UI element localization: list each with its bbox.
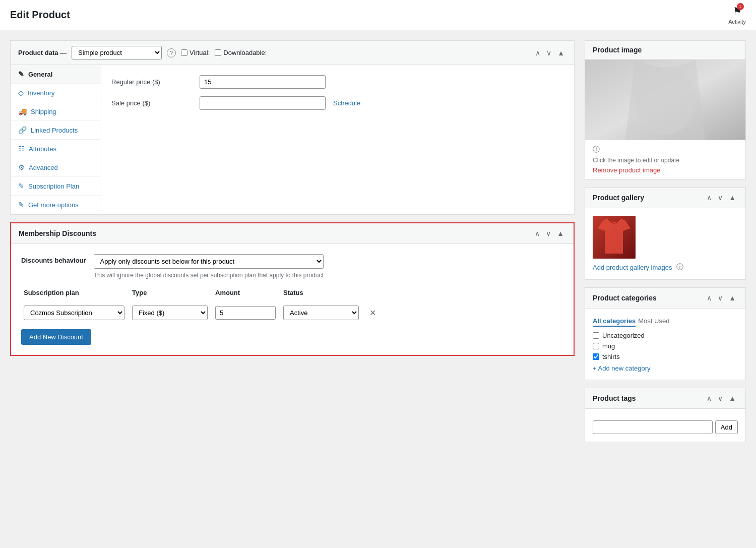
- regular-price-row: Regular price ($): [111, 75, 564, 89]
- sidebar-label-advanced: Advanced: [29, 164, 58, 171]
- left-column: Product data — Simple product Variable p…: [10, 40, 575, 538]
- image-help-icon: ⓘ: [593, 145, 600, 153]
- tags-header-arrows: ∧ ∨ ▲: [705, 393, 738, 403]
- tags-input-area: Add: [593, 420, 738, 434]
- product-sidebar: ✎ General ◇ Inventory 🚚 Shipping 🔗: [11, 65, 101, 214]
- discount-type-select[interactable]: Fixed ($) Percentage (%): [132, 306, 208, 320]
- sidebar-item-inventory[interactable]: ◇ Inventory: [11, 84, 101, 102]
- virtual-checkbox[interactable]: [181, 49, 187, 56]
- category-checkbox-uncategorized[interactable]: [593, 332, 599, 339]
- add-category-link[interactable]: + Add new category: [593, 364, 651, 372]
- categories-tabs: All categories Most Used: [593, 316, 738, 327]
- membership-collapse-down[interactable]: ∨: [544, 228, 553, 238]
- collapse-up-button[interactable]: ∧: [533, 48, 542, 58]
- category-item-uncategorized: Uncategorized: [593, 332, 738, 339]
- remove-discount-button[interactable]: ✕: [366, 307, 379, 319]
- category-checkbox-mug[interactable]: [593, 343, 599, 349]
- page-title: Edit Product: [10, 9, 70, 21]
- categories-collapse[interactable]: ▲: [727, 293, 738, 303]
- sidebar-item-attributes[interactable]: ☷ Attributes: [11, 140, 101, 158]
- right-column: Product image: [585, 40, 746, 538]
- remove-image-link[interactable]: Remove product image: [593, 166, 660, 174]
- downloadable-checkbox[interactable]: [215, 49, 221, 56]
- product-categories-title: Product categories: [593, 294, 657, 302]
- gallery-collapse[interactable]: ▲: [727, 193, 738, 203]
- product-categories-body: All categories Most Used Uncategorized m…: [585, 309, 745, 380]
- sidebar-item-subscription-plan[interactable]: ✎ Subscription Plan: [11, 177, 101, 196]
- gallery-help-icon: ⓘ: [676, 263, 683, 272]
- tags-collapse[interactable]: ▲: [727, 393, 738, 403]
- sidebar-item-shipping[interactable]: 🚚 Shipping: [11, 102, 101, 121]
- discount-plan-select[interactable]: Cozmos Subscription Basic Plan Premium P…: [24, 306, 124, 320]
- membership-collapse-up[interactable]: ∧: [533, 228, 542, 238]
- advanced-icon: ⚙: [18, 163, 25, 171]
- tab-most-used[interactable]: Most Used: [638, 316, 669, 327]
- col-header-amount: Amount: [215, 289, 276, 296]
- behaviour-right: Apply only discounts set below for this …: [94, 254, 324, 279]
- tab-all-categories[interactable]: All categories: [593, 316, 636, 327]
- sale-price-label: Sale price ($): [111, 99, 192, 107]
- categories-collapse-down[interactable]: ∨: [716, 293, 725, 303]
- discount-status-select[interactable]: Active Inactive: [283, 306, 359, 320]
- tags-collapse-down[interactable]: ∨: [716, 393, 725, 403]
- gallery-actions-row: Add product gallery images ⓘ: [593, 263, 738, 272]
- product-data-body: ✎ General ◇ Inventory 🚚 Shipping 🔗: [11, 65, 574, 214]
- membership-collapse[interactable]: ▲: [555, 228, 566, 238]
- discount-table-header: Subscription plan Type Amount Status: [21, 289, 563, 296]
- membership-discounts-box: Membership Discounts ∧ ∨ ▲ Discounts beh…: [10, 222, 575, 356]
- gallery-thumbnail-svg: [593, 216, 636, 259]
- membership-header-arrows: ∧ ∨ ▲: [533, 228, 566, 238]
- image-actions: ⓘ Click the image to edit or update Remo…: [585, 140, 745, 179]
- collapse-button[interactable]: ▲: [555, 48, 566, 58]
- product-gallery-box: Product gallery ∧ ∨ ▲: [585, 187, 746, 280]
- sidebar-label-attributes: Attributes: [29, 145, 56, 153]
- gallery-thumbnail[interactable]: [593, 216, 636, 259]
- attributes-icon: ☷: [18, 145, 25, 153]
- schedule-link[interactable]: Schedule: [333, 99, 360, 107]
- sidebar-item-linked-products[interactable]: 🔗 Linked Products: [11, 121, 101, 140]
- product-type-select[interactable]: Simple product Variable product Grouped …: [72, 46, 162, 59]
- tags-collapse-up[interactable]: ∧: [705, 393, 714, 403]
- discount-behaviour-row: Discounts behaviour Apply only discounts…: [21, 254, 563, 279]
- sidebar-label-inventory: Inventory: [28, 89, 54, 97]
- sale-price-input[interactable]: [200, 96, 326, 110]
- behaviour-select[interactable]: Apply only discounts set below for this …: [94, 254, 324, 269]
- subscription-icon: ✎: [18, 182, 24, 190]
- add-new-discount-button[interactable]: Add New Discount: [21, 329, 91, 345]
- product-data-header: Product data — Simple product Variable p…: [11, 41, 574, 65]
- sidebar-item-general[interactable]: ✎ General: [11, 65, 101, 84]
- general-icon: ✎: [18, 70, 24, 78]
- product-data-label: Product data —: [18, 49, 67, 56]
- product-image-header: Product image: [585, 41, 745, 59]
- product-image-area[interactable]: [585, 59, 745, 140]
- downloadable-label: Downloadable:: [223, 49, 267, 56]
- categories-header-arrows: ∧ ∨ ▲: [705, 293, 738, 303]
- gallery-collapse-down[interactable]: ∨: [716, 193, 725, 203]
- product-data-box: Product data — Simple product Variable p…: [10, 40, 575, 215]
- add-tag-button[interactable]: Add: [715, 420, 738, 434]
- product-tags-box: Product tags ∧ ∨ ▲ Add: [585, 388, 746, 442]
- collapse-down-button[interactable]: ∨: [544, 48, 553, 58]
- gallery-header-arrows: ∧ ∨ ▲: [705, 193, 738, 203]
- sidebar-item-get-more-options[interactable]: ✎ Get more options: [11, 196, 101, 214]
- category-checkbox-tshirts[interactable]: [593, 353, 599, 360]
- sidebar-label-shipping: Shipping: [31, 108, 56, 115]
- discount-amount-input[interactable]: [215, 306, 276, 320]
- tags-input[interactable]: [593, 420, 713, 434]
- product-gallery-header: Product gallery ∧ ∨ ▲: [585, 188, 745, 208]
- page-header: Edit Product ⚑ 1 Activity: [0, 0, 756, 30]
- sidebar-item-advanced[interactable]: ⚙ Advanced: [11, 158, 101, 177]
- header-arrows: ∧ ∨ ▲: [533, 48, 566, 58]
- category-label-mug: mug: [602, 342, 615, 350]
- regular-price-input[interactable]: [200, 75, 326, 89]
- sidebar-label-general: General: [28, 71, 52, 78]
- product-image-title: Product image: [593, 46, 642, 54]
- categories-collapse-up[interactable]: ∧: [705, 293, 714, 303]
- add-gallery-link[interactable]: Add product gallery images: [593, 264, 672, 271]
- product-tags-title: Product tags: [593, 394, 636, 402]
- activity-button[interactable]: ⚑ 1 Activity: [728, 5, 746, 25]
- gallery-collapse-up[interactable]: ∧: [705, 193, 714, 203]
- help-icon[interactable]: ?: [167, 48, 176, 57]
- product-categories-box: Product categories ∧ ∨ ▲ All categories …: [585, 287, 746, 380]
- category-list: Uncategorized mug tshirts: [593, 332, 738, 360]
